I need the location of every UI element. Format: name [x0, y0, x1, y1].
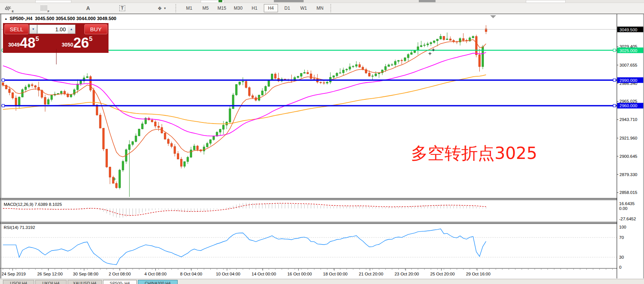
timeframe-MN-button[interactable]: MN: [313, 4, 327, 12]
svg-text:8 Oct 04:00: 8 Oct 04:00: [180, 272, 202, 276]
svg-text:3007.655: 3007.655: [619, 63, 637, 67]
grid-icon[interactable]: F: [39, 4, 50, 13]
toolbar-separator: [175, 4, 179, 12]
svg-text:100: 100: [619, 225, 626, 229]
sell-price-prefix: 3049: [8, 42, 20, 50]
svg-text:16.6435: 16.6435: [619, 201, 635, 206]
sell-price[interactable]: 3049485: [8, 35, 39, 50]
timeframe-M1-button[interactable]: M1: [182, 4, 196, 12]
svg-text:24 Sep 2019: 24 Sep 2019: [1, 272, 26, 276]
sell-price-big: 48: [20, 35, 35, 50]
svg-text:26 Sep 12:00: 26 Sep 12:00: [37, 272, 62, 276]
buy-price-prefix: 3050: [62, 42, 73, 50]
timeframe-M15-button[interactable]: M15: [215, 4, 229, 12]
svg-text:2921.960: 2921.960: [619, 136, 637, 140]
buy-price[interactable]: 3050265: [62, 35, 93, 50]
svg-text:0.00: 0.00: [619, 206, 627, 211]
svg-text:0: 0: [619, 265, 621, 269]
chart-tabs-bar: USOil,H4UKOil,H4XAUUSD,H4SP500-,H4CHINA3…: [0, 279, 644, 284]
scroll-to-end-marker[interactable]: [490, 15, 496, 18]
timeframe-W1-button[interactable]: W1: [297, 4, 311, 12]
svg-text:70: 70: [619, 235, 624, 240]
chart-tab-USOil-H4[interactable]: USOil,H4: [3, 280, 34, 284]
svg-text:30: 30: [619, 255, 624, 259]
one-click-trading-panel: SELL ▼ ▲ BUY 3049485 3050265: [3, 23, 109, 53]
svg-text:2943.710: 2943.710: [619, 117, 637, 122]
spinner-down-icon: ▼: [32, 28, 35, 31]
macd-panel[interactable]: MACD(12,26,9) 7.6389 8.1025: [3, 202, 486, 218]
timeframe-M30-button[interactable]: M30: [231, 4, 245, 12]
chart-title: ▲SP500-,H4 3045.500 3054.500 3044.000 30…: [4, 16, 116, 21]
svg-text:21 Oct 20:00: 21 Oct 20:00: [359, 272, 384, 276]
ma-slow-line: [3, 75, 486, 124]
price-divider: [56, 49, 56, 64]
svg-text:10 Oct 04:00: 10 Oct 04:00: [216, 272, 240, 276]
toolbar-sliver-segment: [274, 0, 304, 2]
svg-text:4 Oct 08:00: 4 Oct 08:00: [145, 272, 166, 276]
chart-tab-XAUUSD-H4[interactable]: XAUUSD,H4: [68, 280, 102, 284]
ma-fast-line: [3, 39, 486, 157]
svg-text:2990.000: 2990.000: [619, 78, 637, 83]
experts-icon[interactable]: E: [3, 4, 14, 13]
chart-tab-SP500-H4[interactable]: SP500-,H4: [103, 280, 137, 284]
svg-text:RSI(14) 71.3192: RSI(14) 71.3192: [4, 225, 35, 230]
svg-text:18 Oct 00:00: 18 Oct 00:00: [323, 272, 347, 276]
svg-text:2 Oct 08:00: 2 Oct 08:00: [109, 272, 130, 276]
svg-text:3025.000: 3025.000: [619, 48, 637, 53]
svg-text:25 Oct 20:00: 25 Oct 20:00: [430, 272, 455, 276]
price-chart-svg[interactable]: 多空转折点3025MACD(12,26,9) 7.6389 8.1025RSI(…: [0, 14, 644, 284]
toolbar-sliver-segment: [419, 0, 436, 2]
svg-text:多空转折点3025: 多空转折点3025: [411, 143, 537, 163]
spinner-up-icon: ▲: [70, 28, 73, 31]
svg-text:-27.6452: -27.6452: [619, 217, 636, 221]
svg-text:MACD(12,26,9) 7.6389 8.1025: MACD(12,26,9) 7.6389 8.1025: [4, 202, 62, 207]
level-line-2990[interactable]: [1, 79, 617, 82]
chart-annotation[interactable]: 多空转折点3025: [411, 143, 537, 163]
volume-increase-button[interactable]: ▲: [68, 25, 75, 34]
svg-text:23 Oct 20:00: 23 Oct 20:00: [395, 272, 419, 276]
svg-text:16 Oct 00:00: 16 Oct 00:00: [287, 272, 312, 276]
svg-text:SP500-,H4 3045.500 3054.500 3: SP500-,H4 3045.500 3054.500 3044.000 304…: [10, 16, 116, 21]
svg-text:29 Oct 16:00: 29 Oct 16:00: [466, 272, 491, 276]
toolbar-sliver-green: [219, 0, 222, 2]
svg-text:14 Oct 00:00: 14 Oct 00:00: [252, 272, 276, 276]
buy-button[interactable]: BUY: [84, 24, 107, 34]
cut-toolbar-row: [0, 0, 644, 3]
volume-decrease-button[interactable]: ▼: [29, 25, 37, 34]
svg-text:2960.000: 2960.000: [619, 103, 637, 108]
ma-mid-line: [3, 52, 486, 136]
buy-price-sup: 5: [89, 35, 92, 50]
text-label-icon[interactable]: A: [82, 4, 94, 13]
sell-button[interactable]: SELL: [4, 24, 29, 34]
sell-price-sup: 5: [35, 35, 39, 50]
timeframe-D1-button[interactable]: D1: [280, 4, 294, 12]
chart-tab-UKOil-H4[interactable]: UKOil,H4: [35, 280, 67, 284]
svg-text:30 Sep 08:00: 30 Sep 08:00: [73, 272, 98, 276]
chart-toolbar: EFAT❖▾M1M5M15M30H1H4D1W1MN: [0, 3, 644, 14]
time-axis[interactable]: 24 Sep 201926 Sep 12:0030 Sep 08:002 Oct…: [1, 269, 612, 276]
toolbar-sliver-segment: [526, 0, 566, 3]
svg-text:2900.645: 2900.645: [619, 154, 637, 159]
timeframe-H4-button[interactable]: H4: [264, 4, 278, 12]
volume-input[interactable]: [37, 25, 68, 34]
chart-tab-CHINA300-H4[interactable]: CHINA300,H4: [138, 280, 178, 284]
timeframe-M5-button[interactable]: M5: [198, 4, 213, 12]
price-axis[interactable]: 3029.4053007.6552986.3402965.0252943.710…: [617, 14, 644, 278]
shapes-icon[interactable]: ❖▾: [153, 4, 170, 13]
toolbar-sliver-segment: [35, 0, 71, 3]
chart-window[interactable]: 多空转折点3025MACD(12,26,9) 7.6389 8.1025RSI(…: [0, 14, 644, 284]
rsi-panel[interactable]: RSI(14) 71.3192: [1, 225, 617, 265]
toolbar-separator: [330, 4, 334, 12]
timeframe-H1-button[interactable]: H1: [247, 4, 262, 12]
text-box-icon[interactable]: T: [117, 4, 128, 13]
svg-text:▲: ▲: [4, 17, 7, 20]
svg-text:2858.015: 2858.015: [619, 190, 637, 195]
buy-price-big: 26: [73, 35, 89, 50]
svg-text:3049.500: 3049.500: [619, 28, 637, 32]
svg-text:2879.330: 2879.330: [619, 172, 637, 177]
